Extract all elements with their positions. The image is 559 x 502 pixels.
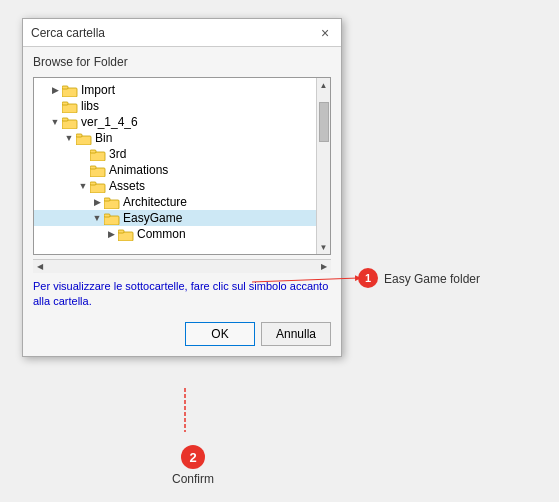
scrollbar-up-button[interactable]: ▲ <box>317 78 331 92</box>
tree-item-3rd[interactable]: 3rd <box>34 146 330 162</box>
scrollbar-thumb[interactable] <box>319 102 329 142</box>
tree-arrow-3rd <box>76 147 90 161</box>
scrollbar[interactable]: ▲ ▼ <box>316 78 330 254</box>
hscrollbar-right-button[interactable]: ▶ <box>317 260 331 274</box>
tree-label-import: Import <box>81 83 115 97</box>
tree-label-animations: Animations <box>109 163 168 177</box>
button-row: OK Annulla <box>23 316 341 356</box>
tree-arrow-import[interactable]: ▶ <box>48 83 62 97</box>
tree-label-common: Common <box>137 227 186 241</box>
tree-arrow-bin[interactable]: ▼ <box>62 131 76 145</box>
tree-item-common[interactable]: ▶ Common <box>34 226 330 242</box>
svg-rect-9 <box>90 150 96 153</box>
tree-label-easygame: EasyGame <box>123 211 182 225</box>
svg-rect-17 <box>104 214 110 217</box>
tree-item-ver146[interactable]: ▼ ver_1_4_6 <box>34 114 330 130</box>
hscrollbar-container: ◀ ▶ <box>33 259 331 273</box>
folder-icon-bin <box>76 132 92 145</box>
tree-label-bin: Bin <box>95 131 112 145</box>
tree-arrow-easygame[interactable]: ▼ <box>90 211 104 225</box>
tree-label-3rd: 3rd <box>109 147 126 161</box>
tree-arrow-common[interactable]: ▶ <box>104 227 118 241</box>
folder-icon-architecture <box>104 196 120 209</box>
info-text: Per visualizzare le sottocartelle, fare … <box>33 279 331 310</box>
folder-icon-3rd <box>90 148 106 161</box>
tree-label-architecture: Architecture <box>123 195 187 209</box>
folder-icon-assets <box>90 180 106 193</box>
callout-badge-1: 1 <box>358 268 378 288</box>
tree-item-animations[interactable]: Animations <box>34 162 330 178</box>
tree-label-assets: Assets <box>109 179 145 193</box>
folder-icon-import <box>62 84 78 97</box>
tree-item-import[interactable]: ▶ Import <box>34 82 330 98</box>
tree-arrow-ver146[interactable]: ▼ <box>48 115 62 129</box>
hscrollbar-track <box>47 261 317 273</box>
scrollbar-track <box>318 92 330 240</box>
dialog: Cerca cartella × Browse for Folder ▶ Imp… <box>22 18 342 357</box>
hscrollbar-left-button[interactable]: ◀ <box>33 260 47 274</box>
folder-icon-easygame <box>104 212 120 225</box>
tree-arrow-architecture[interactable]: ▶ <box>90 195 104 209</box>
tree-area: ▶ Import libs <box>33 77 331 255</box>
folder-icon-animations <box>90 164 106 177</box>
svg-rect-15 <box>104 198 110 201</box>
svg-rect-1 <box>62 86 68 89</box>
cancel-button[interactable]: Annulla <box>261 322 331 346</box>
tree-arrow-animations <box>76 163 90 177</box>
tree-label-libs: libs <box>81 99 99 113</box>
callout-label-1: Easy Game folder <box>384 272 480 286</box>
svg-rect-11 <box>90 166 96 169</box>
tree-item-libs[interactable]: libs <box>34 98 330 114</box>
svg-rect-7 <box>76 134 82 137</box>
tree-label-ver146: ver_1_4_6 <box>81 115 138 129</box>
ok-button[interactable]: OK <box>185 322 255 346</box>
folder-icon-common <box>118 228 134 241</box>
tree-item-assets[interactable]: ▼ Assets <box>34 178 330 194</box>
tree-item-architecture[interactable]: ▶ Architecture <box>34 194 330 210</box>
tree-arrow-assets[interactable]: ▼ <box>76 179 90 193</box>
dialog-title: Cerca cartella <box>31 26 105 40</box>
svg-rect-19 <box>118 230 124 233</box>
dialog-subtitle: Browse for Folder <box>23 47 341 73</box>
tree-item-bin[interactable]: ▼ Bin <box>34 130 330 146</box>
hscrollbar[interactable]: ◀ ▶ <box>33 259 331 273</box>
folder-icon-libs <box>62 100 78 113</box>
confirm-annotation: 2 Confirm <box>172 445 214 486</box>
scrollbar-down-button[interactable]: ▼ <box>317 240 331 254</box>
tree-item-easygame[interactable]: ▼ EasyGame <box>34 210 330 226</box>
svg-rect-3 <box>62 102 68 105</box>
svg-rect-13 <box>90 182 96 185</box>
svg-rect-5 <box>62 118 68 121</box>
tree-arrow-libs <box>48 99 62 113</box>
callout-badge-2: 2 <box>181 445 205 469</box>
tree-scroll: ▶ Import libs <box>34 78 330 246</box>
close-button[interactable]: × <box>317 25 333 41</box>
folder-icon-ver146 <box>62 116 78 129</box>
dialog-titlebar: Cerca cartella × <box>23 19 341 47</box>
page-wrapper: Cerca cartella × Browse for Folder ▶ Imp… <box>0 0 559 502</box>
callout-label-2: Confirm <box>172 472 214 486</box>
